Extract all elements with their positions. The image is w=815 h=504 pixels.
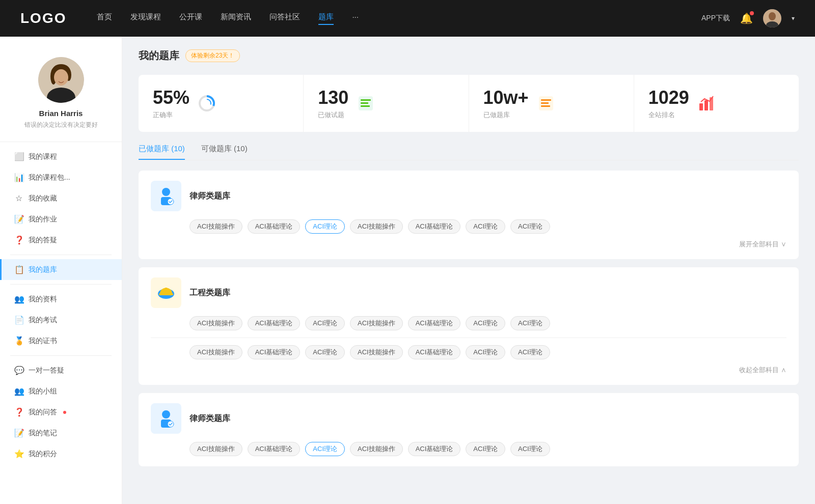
course-icon: ⬜ (14, 152, 23, 161)
questions-icon (357, 94, 375, 113)
trial-badge: 体验剩余23天！ (185, 49, 240, 62)
package-icon: 📊 (14, 173, 23, 182)
bank-icon-engineer (151, 277, 181, 308)
tag-2-4[interactable]: ACI基础理论 (408, 442, 461, 456)
tag-0-3[interactable]: ACI技能操作 (350, 219, 403, 234)
tag-0-6[interactable]: ACI理论 (510, 219, 550, 234)
stat-done-banks-content: 10w+ 已做题库 (483, 87, 529, 120)
qa-icon: ❓ (14, 235, 23, 245)
nav-right: APP下载 🔔 ▾ (701, 9, 795, 27)
tag-1-5[interactable]: ACI理论 (466, 316, 505, 330)
stat-rank-value: 1029 (648, 87, 689, 108)
chevron-down-icon[interactable]: ▾ (792, 15, 795, 22)
stat-accuracy-value: 55% (153, 87, 189, 108)
sidebar-item-label: 我的资料 (29, 295, 57, 304)
sidebar-item-qa-answer[interactable]: ❓ 我的答疑 (0, 230, 122, 250)
tag-1-0[interactable]: ACI技能操作 (189, 316, 242, 330)
tag-1-3[interactable]: ACI技能操作 (350, 316, 403, 330)
sidebar-item-course[interactable]: ⬜ 我的课程 (0, 146, 122, 167)
nav-open-course[interactable]: 公开课 (179, 12, 202, 25)
bank-name-0: 律师类题库 (189, 191, 230, 202)
certificate-icon: 🏅 (14, 336, 23, 346)
tag-0-4[interactable]: ACI基础理论 (408, 219, 461, 234)
svg-rect-28 (159, 293, 173, 295)
nav-news[interactable]: 新闻资讯 (221, 12, 251, 25)
stat-rank-content: 1029 全站排名 (648, 87, 689, 120)
tag-1r2-0[interactable]: ACI技能操作 (189, 345, 242, 359)
sidebar-item-package[interactable]: 📊 我的课程包... (0, 167, 122, 188)
page-title: 我的题库 (139, 49, 179, 63)
sidebar-item-label: 我的考试 (29, 316, 57, 325)
tag-2-2[interactable]: ACI理论 (305, 442, 345, 456)
sidebar-item-profile[interactable]: 👥 我的资料 (0, 289, 122, 310)
chat-icon: 💬 (14, 366, 23, 375)
nav-home[interactable]: 首页 (97, 12, 112, 25)
sidebar-item-questions[interactable]: ❓ 我的问答 (0, 402, 122, 423)
tag-2-6[interactable]: ACI理论 (510, 442, 550, 456)
sidebar-item-1on1[interactable]: 💬 一对一答疑 (0, 360, 122, 381)
bank-card-header-1: 工程类题库 (151, 277, 786, 308)
stat-banks-label: 已做题库 (483, 110, 529, 120)
sidebar: Brian Harris 错误的决定比没有决定要好 ⬜ 我的课程 📊 我的课程包… (0, 37, 122, 504)
svg-rect-20 (541, 105, 550, 107)
sidebar-item-bank[interactable]: 📋 我的题库 (0, 259, 122, 280)
tag-0-2[interactable]: ACI理论 (305, 219, 345, 234)
tag-2-0[interactable]: ACI技能操作 (189, 442, 242, 456)
tab-available[interactable]: 可做题库 (10) (201, 144, 248, 160)
tag-2-3[interactable]: ACI技能操作 (350, 442, 403, 456)
page-layout: Brian Harris 错误的决定比没有决定要好 ⬜ 我的课程 📊 我的课程包… (0, 37, 815, 504)
stat-accuracy: 55% 正确率 (139, 75, 304, 132)
profile-icon: 👥 (14, 294, 23, 304)
tag-1r2-3[interactable]: ACI技能操作 (350, 345, 403, 359)
page-header: 我的题库 体验剩余23天！ (139, 49, 799, 63)
group-icon: 👥 (14, 386, 23, 396)
svg-point-30 (162, 410, 170, 418)
sidebar-item-favorites[interactable]: ☆ 我的收藏 (0, 188, 122, 209)
sidebar-item-group[interactable]: 👥 我的小组 (0, 381, 122, 402)
tag-0-0[interactable]: ACI技能操作 (189, 219, 242, 234)
sidebar-item-certificate[interactable]: 🏅 我的证书 (0, 330, 122, 351)
bank-icon-lawyer (151, 181, 181, 211)
expand-link-0[interactable]: 展开全部科目 ∨ (739, 240, 786, 249)
nav-qa[interactable]: 问答社区 (269, 12, 300, 25)
tag-1r2-2[interactable]: ACI理论 (305, 345, 345, 359)
bank-tags-0: ACI技能操作 ACI基础理论 ACI理论 ACI技能操作 ACI基础理论 AC… (151, 219, 786, 234)
tag-1r2-1[interactable]: ACI基础理论 (248, 345, 301, 359)
nav-discover[interactable]: 发现课程 (130, 12, 161, 25)
bank-card-2: 律师类题库 ACI技能操作 ACI基础理论 ACI理论 ACI技能操作 ACI基… (139, 393, 799, 466)
points-icon: ⭐ (14, 449, 23, 459)
tag-0-1[interactable]: ACI基础理论 (248, 219, 301, 234)
notification-bell[interactable]: 🔔 (740, 12, 753, 24)
nav-bank[interactable]: 题库 (318, 12, 334, 25)
user-avatar[interactable] (763, 9, 781, 27)
bank-footer-0: 展开全部科目 ∨ (151, 240, 786, 249)
sidebar-item-label: 一对一答疑 (29, 366, 64, 375)
tag-1-1[interactable]: ACI基础理论 (248, 316, 301, 330)
nav-more[interactable]: ··· (352, 12, 359, 25)
svg-rect-21 (699, 103, 703, 110)
tag-1r2-6[interactable]: ACI理论 (510, 345, 550, 359)
tab-done[interactable]: 已做题库 (10) (139, 144, 185, 160)
sidebar-item-label: 我的课程 (29, 152, 57, 161)
tag-1-6[interactable]: ACI理论 (510, 316, 550, 330)
sidebar-item-points[interactable]: ⭐ 我的积分 (0, 443, 122, 464)
tag-1r2-4[interactable]: ACI基础理论 (408, 345, 461, 359)
sidebar-menu: ⬜ 我的课程 📊 我的课程包... ☆ 我的收藏 📝 我的作业 ❓ 我的答疑 📋 (0, 146, 122, 464)
tag-2-5[interactable]: ACI理论 (466, 442, 505, 456)
banks-icon (537, 94, 555, 113)
collapse-link-1[interactable]: 收起全部科目 ∧ (739, 366, 786, 375)
sidebar-item-exam[interactable]: 📄 我的考试 (0, 310, 122, 330)
tag-1-4[interactable]: ACI基础理论 (408, 316, 461, 330)
nav-items: 首页 发现课程 公开课 新闻资讯 问答社区 题库 ··· (97, 12, 701, 25)
app-download[interactable]: APP下载 (701, 14, 730, 23)
tag-1-2[interactable]: ACI理论 (305, 316, 345, 330)
tag-0-5[interactable]: ACI理论 (466, 219, 505, 234)
bank-card-header-0: 律师类题库 (151, 181, 786, 211)
svg-rect-22 (704, 100, 708, 110)
sidebar-item-label: 我的问答 (29, 408, 57, 417)
tag-2-1[interactable]: ACI基础理论 (248, 442, 301, 456)
sidebar-item-homework[interactable]: 📝 我的作业 (0, 209, 122, 230)
sidebar-item-notes[interactable]: 📝 我的笔记 (0, 423, 122, 443)
tag-1r2-5[interactable]: ACI理论 (466, 345, 505, 359)
svg-rect-19 (541, 102, 549, 104)
